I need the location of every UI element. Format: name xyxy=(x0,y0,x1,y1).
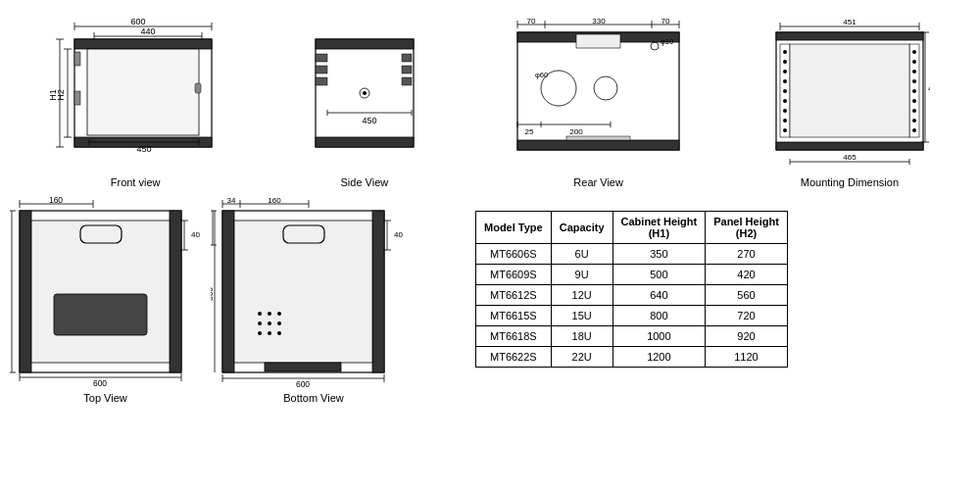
bottom-view-container: 34 160 40 xyxy=(211,196,416,404)
col-header-model: Model Type xyxy=(476,212,552,244)
side-view-container: 450 Side View xyxy=(301,15,428,188)
table-cell: 920 xyxy=(706,326,788,347)
side-view-label: Side View xyxy=(341,176,389,188)
svg-point-81 xyxy=(912,50,916,54)
svg-text:160: 160 xyxy=(49,196,63,205)
svg-rect-37 xyxy=(402,77,412,85)
svg-rect-69 xyxy=(776,142,923,150)
svg-text:465: 465 xyxy=(844,153,858,162)
col-header-capacity: Capacity xyxy=(551,212,612,244)
table-cell: 270 xyxy=(706,244,788,265)
top-view-label: Top View xyxy=(83,392,126,404)
table-cell: 6U xyxy=(551,244,612,265)
mounting-view-svg: 451 465 44.45 xyxy=(768,15,930,172)
top-row: 600 440 xyxy=(10,15,970,188)
svg-text:600: 600 xyxy=(130,17,145,26)
svg-rect-11 xyxy=(87,49,199,135)
svg-rect-13 xyxy=(74,91,80,105)
svg-text:450: 450 xyxy=(136,144,151,154)
svg-rect-28 xyxy=(316,39,414,49)
svg-text:43: 43 xyxy=(211,225,213,234)
table-row: MT6615S15U800720 xyxy=(476,306,788,326)
table-row: MT6622S22U12001120 xyxy=(476,347,788,368)
table-cell: MT6609S xyxy=(476,265,552,285)
svg-rect-9 xyxy=(74,39,212,49)
svg-rect-53 xyxy=(576,34,620,48)
svg-text:330: 330 xyxy=(592,17,606,25)
svg-point-82 xyxy=(912,60,916,64)
svg-point-87 xyxy=(912,109,916,113)
svg-point-72 xyxy=(783,60,787,64)
svg-text:600: 600 xyxy=(211,287,215,301)
svg-rect-110 xyxy=(31,221,170,363)
svg-rect-35 xyxy=(402,54,412,62)
svg-text:600: 600 xyxy=(10,287,12,301)
svg-text:25: 25 xyxy=(525,127,534,136)
table-cell: 420 xyxy=(706,265,788,285)
front-view-label: Front view xyxy=(111,176,161,188)
table-row: MT6618S18U1000920 xyxy=(476,326,788,347)
rear-view-svg: 70 330 70 φ10 φ60 xyxy=(508,15,689,172)
svg-point-152 xyxy=(268,331,271,335)
rear-view-label: Rear View xyxy=(573,176,623,188)
svg-rect-52 xyxy=(517,140,679,150)
bottom-view-svg: 34 160 40 xyxy=(211,196,416,387)
svg-point-149 xyxy=(268,321,271,325)
table-row: MT6612S12U640560 xyxy=(476,285,788,306)
svg-text:440: 440 xyxy=(140,26,155,36)
table-cell: 9U xyxy=(551,265,612,285)
table-cell: MT6618S xyxy=(476,326,552,347)
table-cell: 800 xyxy=(612,306,706,326)
table-row: MT6609S9U500420 xyxy=(476,265,788,285)
table-cell: 22U xyxy=(551,347,612,368)
page: 600 440 xyxy=(0,0,980,493)
svg-rect-68 xyxy=(776,32,923,40)
svg-point-76 xyxy=(783,99,787,103)
table-cell: 640 xyxy=(612,285,706,306)
svg-rect-32 xyxy=(316,77,327,85)
svg-rect-30 xyxy=(316,54,327,62)
table-cell: MT6606S xyxy=(476,244,552,265)
svg-text:160: 160 xyxy=(268,196,281,205)
rear-view-container: 70 330 70 φ10 φ60 xyxy=(508,15,689,188)
table-cell: 12U xyxy=(551,285,612,306)
svg-point-151 xyxy=(258,331,262,335)
svg-text:44.45: 44.45 xyxy=(928,84,930,93)
svg-point-83 xyxy=(912,70,916,74)
svg-text:70: 70 xyxy=(527,17,536,25)
svg-text:φ60: φ60 xyxy=(535,71,548,79)
table-cell: 1000 xyxy=(612,326,706,347)
svg-rect-112 xyxy=(54,294,147,335)
svg-text:450: 450 xyxy=(362,116,376,125)
svg-rect-66 xyxy=(566,136,630,140)
svg-text:600: 600 xyxy=(93,378,107,387)
svg-text:451: 451 xyxy=(844,18,858,26)
mounting-view-label: Mounting Dimension xyxy=(801,176,899,188)
top-view-container: 160 40 xyxy=(10,196,201,404)
svg-text:200: 200 xyxy=(569,127,583,136)
svg-point-145 xyxy=(258,312,262,316)
svg-text:70: 70 xyxy=(662,17,670,25)
svg-rect-36 xyxy=(402,66,412,74)
spec-table-container: Model Type Capacity Cabinet Height(H1) P… xyxy=(456,201,788,368)
table-cell: 560 xyxy=(706,285,788,306)
bottom-view-label: Bottom View xyxy=(283,392,344,404)
col-header-h2: Panel Height(H2) xyxy=(706,212,788,244)
col-header-h1: Cabinet Height(H1) xyxy=(612,212,706,244)
svg-rect-133 xyxy=(222,211,234,372)
svg-point-74 xyxy=(783,79,787,83)
svg-text:40: 40 xyxy=(394,230,403,239)
svg-point-86 xyxy=(912,99,916,103)
svg-point-71 xyxy=(783,50,787,54)
svg-rect-31 xyxy=(316,66,327,74)
table-cell: 1200 xyxy=(612,347,706,368)
front-view-container: 600 440 xyxy=(50,15,221,188)
table-cell: MT6622S xyxy=(476,347,552,368)
table-cell: 720 xyxy=(706,306,788,326)
svg-rect-154 xyxy=(265,363,341,371)
mounting-view-container: 451 465 44.45 Mounting Dimension xyxy=(768,15,930,188)
table-cell: 350 xyxy=(612,244,706,265)
svg-rect-29 xyxy=(316,137,414,147)
svg-rect-12 xyxy=(74,52,80,66)
svg-rect-134 xyxy=(372,211,384,372)
